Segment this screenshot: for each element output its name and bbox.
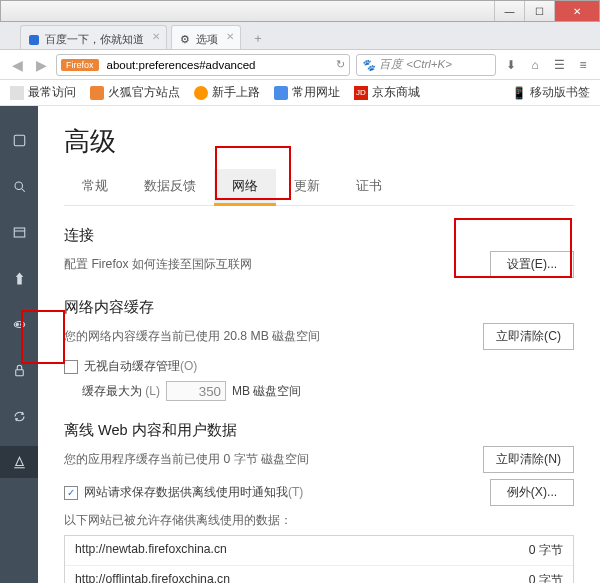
bookmarks-bar: 最常访问 火狐官方站点 新手上路 常用网址 JD京东商城 📱移动版书签 [0,80,600,106]
bookmark-item[interactable]: 常用网址 [274,85,340,100]
cache-limit-input[interactable] [166,381,226,401]
nav-back-button[interactable]: ◀ [8,57,26,73]
sidebar-item-general[interactable] [0,124,38,156]
reload-icon[interactable]: ↻ [336,58,345,71]
svg-point-6 [16,323,18,325]
offline-sites-list[interactable]: http://newtab.firefoxchina.cn 0 字节 http:… [64,535,574,583]
cache-limit-unit: MB 磁盘空间 [232,383,301,400]
sidebar-item-advanced[interactable] [0,446,38,478]
section-connection: 连接 配置 Firefox 如何连接至国际互联网 设置(E)... [64,226,574,278]
mobile-bookmarks-link[interactable]: 📱移动版书签 [512,85,590,100]
sidebar-item-content[interactable] [0,216,38,248]
bookmarks-menu-icon[interactable]: ☰ [550,58,568,72]
offline-list-heading: 以下网站已被允许存储供离线使用的数据： [64,512,574,529]
bookmark-label: 火狐官方站点 [108,85,180,100]
offline-notify-checkbox[interactable]: ✓ [64,486,78,500]
subtab-update[interactable]: 更新 [276,169,338,205]
sidebar-item-privacy[interactable] [0,308,38,340]
url-bar[interactable]: Firefox ↻ [56,54,350,76]
site-url: http://offlintab.firefoxchina.cn [75,572,230,583]
svg-point-1 [15,182,23,190]
section-title: 网络内容缓存 [64,298,574,317]
tab-close-icon[interactable]: ✕ [152,31,160,42]
section-title: 离线 Web 内容和用户数据 [64,421,574,440]
sidebar-item-applications[interactable] [0,262,38,294]
bookmark-item[interactable]: JD京东商城 [354,85,420,100]
section-title: 连接 [64,226,574,245]
browser-tab[interactable]: ⚙ 选项 ✕ [171,25,241,49]
navbar: ◀ ▶ Firefox ↻ 🐾 百度 <Ctrl+K> ⬇ ⌂ ☰ ≡ [0,50,600,80]
bookmark-icon [274,86,288,100]
clear-offline-button[interactable]: 立即清除(N) [483,446,574,473]
bookmark-icon [10,86,24,100]
svg-rect-3 [14,228,25,237]
list-item[interactable]: http://offlintab.firefoxchina.cn 0 字节 [65,565,573,583]
site-size: 0 字节 [529,542,563,559]
search-box[interactable]: 🐾 百度 <Ctrl+K> [356,54,496,76]
bookmark-label: 常用网址 [292,85,340,100]
window-titlebar: — ☐ ✕ [0,0,600,22]
advanced-subtabs: 常规 数据反馈 网络 更新 证书 [64,169,574,206]
jd-icon: JD [354,86,368,100]
cache-limit-label: 缓存最大为 (L) [82,383,160,400]
list-item[interactable]: http://newtab.firefoxchina.cn 0 字节 [65,536,573,565]
baidu-favicon [29,35,39,45]
override-cache-label: 无视自动缓存管理(O) [84,358,197,375]
nav-forward-button[interactable]: ▶ [32,57,50,73]
tab-title: 百度一下，你就知道 [45,32,144,47]
section-cache: 网络内容缓存 您的网络内容缓存当前已使用 20.8 MB 磁盘空间 立即清除(C… [64,298,574,401]
new-tab-button[interactable]: ＋ [245,27,271,49]
bookmark-icon [90,86,104,100]
subtab-certificates[interactable]: 证书 [338,169,400,205]
svg-point-7 [20,323,22,325]
window-maximize-button[interactable]: ☐ [524,1,554,21]
bookmark-item[interactable]: 最常访问 [10,85,76,100]
offline-usage-text: 您的应用程序缓存当前已使用 0 字节 磁盘空间 [64,451,309,468]
downloads-icon[interactable]: ⬇ [502,58,520,72]
preferences-panel: 高级 常规 数据反馈 网络 更新 证书 连接 配置 Firefox 如何连接至国… [38,106,600,583]
svg-rect-8 [15,369,23,375]
connection-settings-button[interactable]: 设置(E)... [490,251,574,278]
browser-tabstrip: 百度一下，你就知道 ✕ ⚙ 选项 ✕ ＋ [0,22,600,50]
section-offline: 离线 Web 内容和用户数据 您的应用程序缓存当前已使用 0 字节 磁盘空间 立… [64,421,574,583]
cache-usage-text: 您的网络内容缓存当前已使用 20.8 MB 磁盘空间 [64,328,320,345]
bookmark-label: 京东商城 [372,85,420,100]
subtab-general[interactable]: 常规 [64,169,126,205]
override-cache-checkbox[interactable] [64,360,78,374]
subtab-network[interactable]: 网络 [214,169,276,206]
firefox-chip: Firefox [61,59,99,71]
offline-notify-label: 网站请求保存数据供离线使用时通知我(T) [84,484,303,501]
connection-description: 配置 Firefox 如何连接至国际互联网 [64,256,252,273]
home-icon[interactable]: ⌂ [526,58,544,72]
baidu-search-icon: 🐾 [361,58,375,72]
window-close-button[interactable]: ✕ [554,1,599,21]
bookmark-item[interactable]: 新手上路 [194,85,260,100]
url-input[interactable] [105,58,332,72]
site-size: 0 字节 [529,572,563,583]
window-minimize-button[interactable]: — [494,1,524,21]
cache-limit-row: 缓存最大为 (L) MB 磁盘空间 [64,381,574,401]
menu-icon[interactable]: ≡ [574,58,592,72]
search-placeholder: 百度 <Ctrl+K> [379,57,452,72]
site-url: http://newtab.firefoxchina.cn [75,542,227,559]
page-title: 高级 [64,124,574,159]
preferences-sidebar [0,106,38,583]
tab-close-icon[interactable]: ✕ [226,31,234,42]
bookmark-label: 新手上路 [212,85,260,100]
bookmark-label: 移动版书签 [530,85,590,100]
browser-tab[interactable]: 百度一下，你就知道 ✕ [20,25,167,49]
gear-icon: ⚙ [180,33,190,46]
subtab-data-choices[interactable]: 数据反馈 [126,169,214,205]
mobile-bookmark-icon: 📱 [512,86,526,100]
tab-title: 选项 [196,32,218,47]
bookmark-item[interactable]: 火狐官方站点 [90,85,180,100]
offline-exceptions-button[interactable]: 例外(X)... [490,479,574,506]
clear-cache-button[interactable]: 立即清除(C) [483,323,574,350]
bookmark-icon [194,86,208,100]
bookmark-label: 最常访问 [28,85,76,100]
sidebar-item-security[interactable] [0,354,38,386]
sidebar-item-sync[interactable] [0,400,38,432]
svg-line-2 [21,188,24,191]
svg-rect-0 [14,135,25,146]
sidebar-item-search[interactable] [0,170,38,202]
